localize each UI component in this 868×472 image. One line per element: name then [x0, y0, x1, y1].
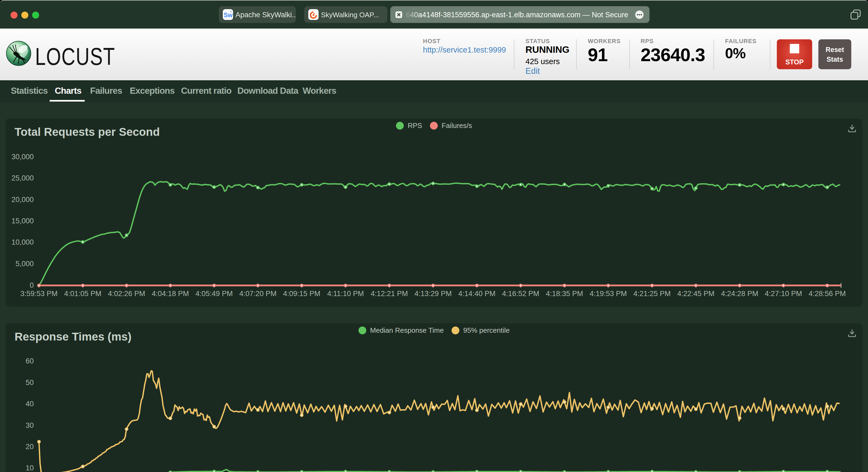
- svg-text:4:04:18 PM: 4:04:18 PM: [152, 290, 189, 298]
- svg-text:4:24:28 PM: 4:24:28 PM: [721, 290, 758, 298]
- svg-text:4:11:10 PM: 4:11:10 PM: [327, 290, 364, 298]
- svg-text:4:27:10 PM: 4:27:10 PM: [765, 290, 802, 298]
- svg-text:4:21:25 PM: 4:21:25 PM: [633, 290, 671, 298]
- svg-text:20: 20: [26, 443, 34, 451]
- svg-text:50: 50: [26, 378, 34, 386]
- svg-text:4:18:35 PM: 4:18:35 PM: [546, 290, 583, 298]
- svg-text:4:09:15 PM: 4:09:15 PM: [283, 290, 320, 298]
- svg-text:30: 30: [26, 422, 34, 430]
- svg-text:4:01:05 PM: 4:01:05 PM: [64, 290, 101, 298]
- svg-text:4:12:21 PM: 4:12:21 PM: [371, 290, 408, 298]
- svg-text:4:05:49 PM: 4:05:49 PM: [195, 290, 233, 298]
- svg-text:4:16:52 PM: 4:16:52 PM: [502, 290, 539, 298]
- svg-text:3:59:53 PM: 3:59:53 PM: [20, 290, 58, 298]
- svg-text:4:02:26 PM: 4:02:26 PM: [108, 290, 145, 298]
- svg-text:20,000: 20,000: [11, 196, 34, 204]
- svg-text:4:22:45 PM: 4:22:45 PM: [677, 290, 715, 298]
- svg-text:60: 60: [26, 357, 34, 365]
- svg-text:30,000: 30,000: [11, 153, 34, 161]
- svg-text:4:13:29 PM: 4:13:29 PM: [414, 290, 452, 298]
- svg-text:5,000: 5,000: [16, 260, 34, 268]
- svg-text:15,000: 15,000: [11, 217, 34, 225]
- svg-text:0: 0: [30, 281, 34, 289]
- svg-text:4:07:20 PM: 4:07:20 PM: [239, 290, 277, 298]
- svg-text:4:14:40 PM: 4:14:40 PM: [458, 290, 496, 298]
- svg-text:4:19:53 PM: 4:19:53 PM: [590, 290, 627, 298]
- svg-text:10,000: 10,000: [11, 238, 34, 246]
- svg-text:40: 40: [26, 400, 34, 408]
- svg-text:25,000: 25,000: [11, 174, 34, 182]
- svg-text:4:28:56 PM: 4:28:56 PM: [809, 290, 846, 298]
- svg-text:10: 10: [26, 464, 34, 472]
- svg-text:Sw: Sw: [224, 11, 232, 19]
